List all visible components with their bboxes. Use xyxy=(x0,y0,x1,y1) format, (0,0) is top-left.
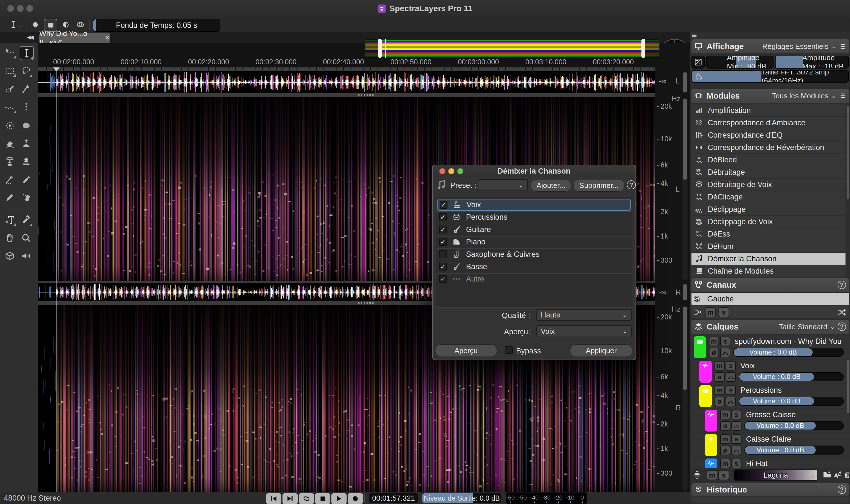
layer-mute-button[interactable]: m xyxy=(714,361,725,371)
stem-checkbox[interactable]: ✓ xyxy=(439,275,447,283)
layers-mute-button[interactable]: m xyxy=(707,470,717,480)
waveform-left-channel[interactable] xyxy=(38,71,655,93)
time-fade-field[interactable]: Fondu de Temps: 0.05 s xyxy=(93,19,220,32)
layer-wave-badge[interactable] xyxy=(705,410,717,432)
tool-lasso-selection[interactable] xyxy=(20,64,33,77)
layer-automation-button[interactable] xyxy=(726,372,736,382)
help-icon[interactable]: ? xyxy=(838,323,846,331)
loop-button[interactable] xyxy=(299,493,314,504)
stem-row-autre[interactable]: ✓Autre xyxy=(437,273,631,285)
module-item-d-bleed[interactable]: DéBleed xyxy=(691,154,846,166)
new-layer-icon[interactable] xyxy=(833,470,843,479)
stem-row-percussions[interactable]: ✓Percussions xyxy=(437,211,631,223)
layer-phase-button[interactable]: ø xyxy=(714,397,725,406)
list-menu-icon[interactable] xyxy=(839,43,846,50)
fft-size-slider[interactable]: Taille FFT: 3072 smp (64ms/16Hz) xyxy=(691,70,849,83)
tab-close-icon[interactable]: ✕ xyxy=(105,34,110,42)
window-zoom-button[interactable] xyxy=(26,5,33,12)
section-layers[interactable]: Calques Taille Standard ⌄ ? xyxy=(691,320,849,334)
tool-attenuate[interactable] xyxy=(3,155,16,168)
module-item-amplification[interactable]: Amplification xyxy=(691,105,846,116)
window-close-button[interactable] xyxy=(7,5,14,12)
document-tab[interactable]: Why Did Yo...o It_.slp* ✕ xyxy=(39,33,110,43)
stem-checkbox[interactable]: ✓ xyxy=(439,213,447,221)
dialog-help-icon[interactable]: ? xyxy=(627,180,636,190)
list-menu-icon[interactable] xyxy=(839,92,846,100)
module-item-d-hum[interactable]: DéHum xyxy=(691,240,846,252)
colormap-select[interactable]: Laguna ⌄ xyxy=(733,469,818,481)
stem-checkbox[interactable]: ✓ xyxy=(439,238,447,246)
layer-volume-slider[interactable]: Volume : 0.0 dB xyxy=(733,348,844,357)
dialog-close-button[interactable] xyxy=(439,168,445,174)
layer-row-voix[interactable]: msVoixøVolume : 0.0 dB xyxy=(691,360,850,383)
layer-mute-button[interactable]: m xyxy=(720,434,730,444)
tool-text[interactable] xyxy=(3,214,16,227)
layer-wave-badge[interactable] xyxy=(700,361,712,383)
help-icon[interactable]: ? xyxy=(838,281,846,289)
tool-transform[interactable] xyxy=(3,46,16,59)
help-icon[interactable]: ? xyxy=(838,485,846,494)
tool-magic-wand[interactable] xyxy=(20,83,33,95)
layer-folder-badge[interactable] xyxy=(700,385,712,407)
delete-layer-icon[interactable] xyxy=(843,470,850,479)
layer-wave-badge[interactable] xyxy=(705,458,717,468)
layer-volume-slider[interactable]: Volume : 0.0 dB xyxy=(739,372,844,381)
layer-automation-button[interactable] xyxy=(731,421,742,431)
amplitude-max-slider[interactable]: Amplitude Max : -18 dB xyxy=(775,56,849,69)
stop-button[interactable] xyxy=(315,493,331,504)
preview-button[interactable]: Aperçu xyxy=(435,344,497,357)
navigator-handle-left[interactable] xyxy=(378,39,382,58)
layer-row-hi-hat[interactable]: msHi-HatøVolume : 0.0 dB xyxy=(691,458,850,468)
bypass-checkbox[interactable] xyxy=(505,346,513,354)
stem-row-saxophone-cuivres[interactable]: Saxophone & Cuivres xyxy=(437,248,631,260)
tool-harmonics-selection[interactable] xyxy=(3,119,16,132)
stem-checkbox[interactable]: ✓ xyxy=(439,226,447,233)
preview-select[interactable]: Voix⌄ xyxy=(536,325,632,337)
playhead-marker[interactable] xyxy=(53,68,59,71)
layer-automation-button[interactable] xyxy=(720,348,730,357)
layer-volume-slider[interactable]: Volume : 0.0 dB xyxy=(744,421,844,430)
dialog-minimize-button[interactable] xyxy=(448,168,454,174)
amplitude-icon-button[interactable] xyxy=(691,56,705,69)
mix-mute-button[interactable]: m xyxy=(705,307,716,317)
module-item-d-clippage[interactable]: Déclippage xyxy=(691,203,846,215)
record-button[interactable] xyxy=(348,493,363,504)
tool-eraser[interactable] xyxy=(3,137,16,150)
tool-heal[interactable] xyxy=(3,173,16,186)
tool-clone-stamp[interactable] xyxy=(20,155,33,168)
overview-navigator[interactable] xyxy=(366,40,659,57)
tool-pencil[interactable] xyxy=(3,191,16,204)
stem-checkbox[interactable]: ✓ xyxy=(440,201,447,209)
stem-row-piano[interactable]: ✓Piano xyxy=(437,236,631,248)
layer-row-grosse-caisse[interactable]: msGrosse CaisseøVolume : 0.0 dB xyxy=(691,409,850,432)
stem-row-voix[interactable]: ✓Voix xyxy=(437,199,631,211)
tool-zoom[interactable] xyxy=(20,232,33,245)
layers-scrollbar[interactable] xyxy=(847,360,849,413)
modules-filter-select[interactable]: Tous les Modules xyxy=(772,92,828,100)
module-item-correspondance-d-ambiance[interactable]: Correspondance d'Ambiance xyxy=(691,117,846,129)
layer-row-caisse-claire[interactable]: msCaisse ClaireøVolume : 0.0 dB xyxy=(691,433,850,457)
dialog-zoom-button[interactable] xyxy=(457,168,463,174)
timeline-tick-band[interactable] xyxy=(38,68,655,71)
layer-solo-button[interactable]: s xyxy=(726,361,736,371)
tool-time-range-selection[interactable] xyxy=(20,101,33,114)
section-history[interactable]: Historique ? xyxy=(691,483,849,496)
stem-row-basse[interactable]: ✓Basse xyxy=(437,261,631,272)
new-group-icon[interactable] xyxy=(822,470,832,479)
channel-row-mix[interactable]: m s xyxy=(691,306,849,318)
layer-mute-button[interactable]: m xyxy=(714,385,725,395)
layer-row-spotifydown-com-why-did-you-do[interactable]: msspotifydown.com - Why Did You DoøVolum… xyxy=(691,336,850,359)
layer-solo-button[interactable]: s xyxy=(731,434,742,444)
module-item-correspondance-de-r-verb-ration[interactable]: Correspondance de Réverbération xyxy=(691,142,846,154)
tab-scroll-left-icon[interactable]: ◀◀ xyxy=(27,34,32,40)
display-preset-select[interactable]: Réglages Essentiels xyxy=(762,42,829,51)
tool-hand[interactable] xyxy=(3,232,16,245)
stem-checkbox[interactable] xyxy=(439,250,447,258)
selection-mode-new[interactable] xyxy=(29,19,41,31)
layer-phase-button[interactable]: ø xyxy=(714,372,725,382)
channel-row-left[interactable]: L m s Gauche xyxy=(691,293,849,305)
layer-phase-button[interactable]: ø xyxy=(720,421,730,431)
selection-mode-subtract[interactable] xyxy=(59,19,72,31)
modules-scrollbar[interactable] xyxy=(847,106,849,199)
skip-end-button[interactable] xyxy=(282,493,298,504)
